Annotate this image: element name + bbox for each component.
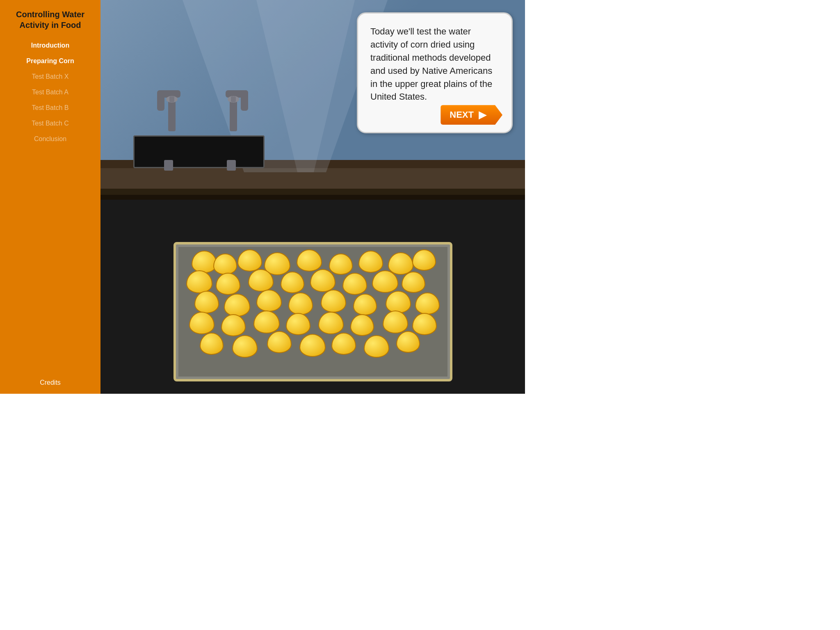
svg-rect-9	[241, 90, 248, 111]
corn-kernel	[253, 310, 280, 333]
nav-item-test-batch-b[interactable]: Test Batch B	[0, 100, 100, 116]
corn-kernel	[224, 294, 250, 317]
corn-kernel	[329, 253, 353, 275]
corn-kernel	[412, 249, 436, 271]
corn-kernel	[194, 291, 219, 313]
corn-kernel	[213, 253, 237, 275]
floor-stripe2	[100, 195, 525, 200]
corn-kernel	[353, 294, 377, 315]
svg-rect-2	[168, 98, 176, 131]
corn-kernel	[388, 252, 413, 275]
sidebar-title: Controlling Water Activity in Food	[0, 0, 100, 38]
corn-kernel	[331, 333, 356, 355]
corn-kernel	[237, 249, 262, 272]
svg-rect-6	[169, 96, 174, 102]
corn-tray	[173, 242, 452, 381]
corn-kernel	[200, 333, 224, 355]
nav-item-preparing-corn[interactable]: Preparing Corn	[0, 53, 100, 69]
corn-kernel	[256, 290, 282, 312]
next-label: NEXT	[450, 110, 474, 120]
corn-kernel	[318, 312, 344, 334]
corn-kernel	[221, 314, 246, 336]
next-arrow-icon: ▶	[479, 109, 486, 121]
faucet-right	[215, 74, 252, 139]
corn-kernel	[281, 272, 304, 293]
corn-tray-container	[173, 242, 452, 381]
credits-button[interactable]: Credits	[0, 379, 100, 386]
sidebar: Controlling Water Activity in Food Intro…	[0, 0, 100, 394]
corn-kernel	[288, 292, 313, 315]
faucet-base-right	[227, 160, 236, 171]
corn-kernel	[267, 331, 292, 353]
next-button[interactable]: NEXT ▶	[441, 105, 502, 125]
corn-kernel	[321, 290, 346, 313]
corn-kernel	[248, 269, 274, 292]
scene: Today we'll test the water activity of c…	[100, 0, 525, 394]
corn-kernel	[412, 313, 437, 335]
tray-inner	[178, 247, 447, 377]
corn-kernel	[186, 270, 212, 293]
svg-rect-4	[157, 90, 164, 111]
dialogue-box: Today we'll test the water activity of c…	[357, 12, 513, 133]
corn-kernel	[364, 335, 389, 358]
sink-basin	[133, 135, 265, 168]
corn-kernel	[386, 291, 411, 313]
corn-kernel	[383, 310, 408, 333]
nav-item-conclusion[interactable]: Conclusion	[0, 131, 100, 147]
corn-kernel	[415, 292, 440, 315]
faucet-left	[154, 74, 191, 139]
corn-kernel	[299, 334, 326, 357]
corn-kernel	[310, 269, 336, 292]
svg-rect-7	[230, 98, 237, 131]
corn-kernel	[286, 313, 310, 335]
corn-kernel	[232, 335, 258, 358]
nav-item-test-batch-x[interactable]: Test Batch X	[0, 69, 100, 84]
corn-kernel	[358, 251, 383, 273]
nav-item-introduction[interactable]: Introduction	[0, 38, 100, 53]
dialogue-text: Today we'll test the water activity of c…	[370, 26, 492, 102]
corn-kernel	[396, 331, 420, 353]
svg-rect-11	[231, 96, 236, 102]
corn-kernel	[216, 273, 240, 295]
faucet-base-left	[164, 160, 173, 171]
sidebar-nav: Introduction Preparing Corn Test Batch X…	[0, 38, 100, 147]
corn-kernel	[402, 272, 425, 293]
corn-kernel	[342, 273, 367, 295]
corn-kernel	[189, 312, 215, 334]
nav-item-test-batch-a[interactable]: Test Batch A	[0, 84, 100, 100]
nav-item-test-batch-c[interactable]: Test Batch C	[0, 116, 100, 131]
corn-kernel	[297, 249, 322, 272]
main-content: Today we'll test the water activity of c…	[100, 0, 525, 394]
corn-kernel	[350, 314, 374, 336]
